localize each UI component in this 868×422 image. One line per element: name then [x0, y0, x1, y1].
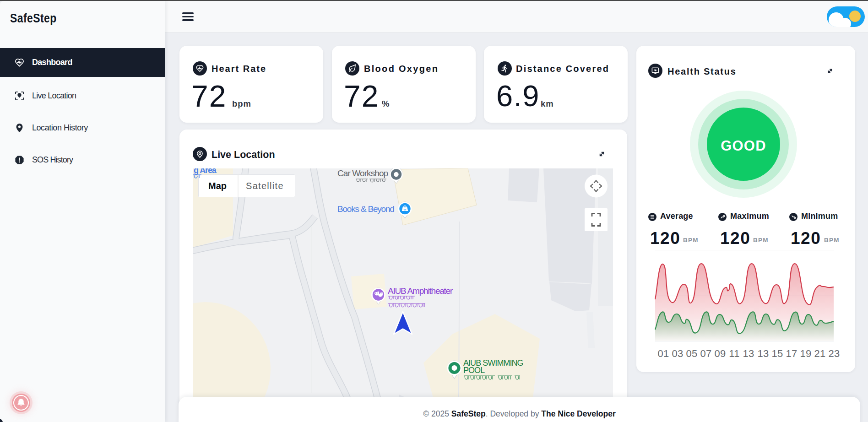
svg-text:POOL: POOL — [463, 366, 485, 375]
svg-text:07: 07 — [700, 348, 711, 359]
svg-text:03: 03 — [672, 348, 683, 359]
svg-text:11: 11 — [729, 348, 739, 359]
svg-text:Books & Beyond: Books & Beyond — [337, 204, 394, 214]
svg-text:23: 23 — [828, 348, 840, 359]
svg-text:15: 15 — [771, 348, 783, 359]
svg-text:g Area: g Area — [194, 168, 217, 175]
svg-text:AIUB Amphitheater: AIUB Amphitheater — [388, 286, 453, 296]
svg-text:Car Workshop: Car Workshop — [337, 168, 388, 178]
svg-text:09: 09 — [714, 348, 726, 359]
svg-text:13: 13 — [757, 348, 769, 359]
svg-text:Satellite: Satellite — [246, 181, 284, 191]
svg-text:19: 19 — [800, 348, 811, 359]
svg-text:17: 17 — [786, 348, 797, 359]
svg-text:01: 01 — [657, 348, 669, 359]
svg-text:05: 05 — [686, 348, 697, 359]
svg-text:13: 13 — [743, 348, 754, 359]
svg-text:21: 21 — [814, 348, 825, 359]
svg-text:Map: Map — [208, 181, 227, 191]
